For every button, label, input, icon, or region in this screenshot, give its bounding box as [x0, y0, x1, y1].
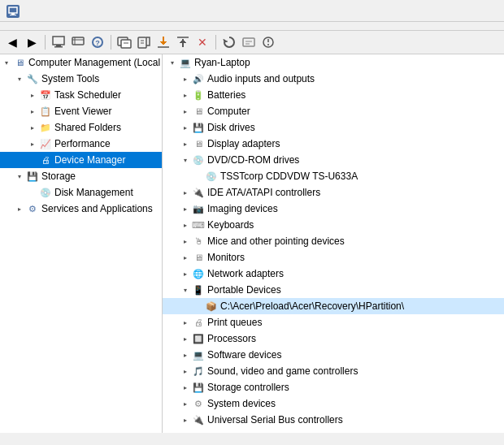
expand-arrow: ▸	[26, 108, 39, 115]
svg-rect-4	[56, 45, 61, 46]
item-icon: 🔲	[192, 334, 205, 344]
right-tree-item-17[interactable]: ▸💻Software devices	[163, 347, 504, 363]
expand-arrow: ▸	[26, 124, 39, 132]
item-icon: 🔊	[192, 74, 205, 84]
item-icon: 📈	[39, 139, 52, 149]
item-label: Monitors	[207, 252, 245, 263]
item-label: Performance	[54, 138, 111, 149]
left-tree-item-7[interactable]: ▾💾Storage	[0, 168, 162, 184]
right-tree-item-0[interactable]: ▸🔊Audio inputs and outputs	[163, 71, 504, 87]
menu-action[interactable]	[16, 24, 29, 28]
right-tree-item-13[interactable]: ▾📱Portable Devices	[163, 282, 504, 298]
right-tree-item-2[interactable]: ▸🖥Computer	[163, 103, 504, 119]
right-tree-item-14[interactable]: 📦C:\Acer\Preload\Acer\Recovery\HPartitio…	[163, 298, 504, 314]
menu-view[interactable]	[29, 24, 42, 28]
left-tree-item-1[interactable]: ▾🔧System Tools	[0, 71, 162, 87]
svg-point-24	[267, 44, 269, 45]
expand-arrow: ▾	[0, 59, 13, 67]
left-pane: ▾🖥Computer Management (Local▾🔧System Too…	[0, 54, 163, 433]
item-label: C:\Acer\Preload\Acer\Recovery\HPartition…	[220, 300, 404, 312]
item-label: Disk Management	[54, 187, 133, 198]
toolbar-back[interactable]: ◀	[3, 33, 21, 51]
item-icon: 💾	[26, 171, 39, 182]
item-label: Display adapters	[207, 138, 280, 149]
item-label: Disk drives	[207, 122, 255, 133]
right-tree-item-7[interactable]: ▸🔌IDE ATA/ATAPI controllers	[163, 184, 504, 201]
left-tree-item-9[interactable]: ▸⚙Services and Applications	[0, 201, 162, 217]
item-label: Shared Folders	[54, 122, 121, 133]
right-tree-item-1[interactable]: ▸🔋Batteries	[163, 87, 504, 103]
expand-arrow: ▸	[179, 140, 192, 148]
toolbar-btn-13[interactable]	[259, 33, 277, 51]
toolbar-btn-7[interactable]	[135, 33, 153, 51]
toolbar-btn-11[interactable]	[220, 33, 238, 51]
left-tree-item-0[interactable]: ▾🖥Computer Management (Local	[0, 54, 162, 71]
item-icon: 📋	[39, 106, 52, 117]
item-icon: 🖱	[192, 236, 205, 246]
right-tree: ▾💻Ryan-Laptop▸🔊Audio inputs and outputs▸…	[163, 54, 504, 428]
item-label: Batteries	[207, 89, 245, 101]
item-label: Network adapters	[207, 268, 284, 279]
right-tree-item-11[interactable]: ▸🖥Monitors	[163, 249, 504, 266]
left-tree-item-4[interactable]: ▸📁Shared Folders	[0, 119, 162, 136]
right-tree-item-16[interactable]: ▸🔲Processors	[163, 331, 504, 347]
expand-arrow: ▸	[26, 92, 39, 99]
toolbar-btn-6[interactable]	[115, 33, 133, 51]
right-tree-root[interactable]: ▾💻Ryan-Laptop	[163, 54, 504, 71]
right-tree-item-9[interactable]: ▸⌨Keyboards	[163, 217, 504, 233]
right-tree-item-3[interactable]: ▸💾Disk drives	[163, 119, 504, 136]
svg-rect-0	[9, 7, 17, 13]
right-tree-item-6[interactable]: 💿TSSTcorp CDDVDW TS-U633A	[163, 168, 504, 184]
toolbar-btn-5[interactable]: ?	[89, 33, 106, 51]
menu-file[interactable]	[3, 24, 16, 28]
item-icon: 📅	[39, 90, 52, 101]
right-tree-item-10[interactable]: ▸🖱Mice and other pointing devices	[163, 233, 504, 249]
left-tree-item-5[interactable]: ▸📈Performance	[0, 136, 162, 152]
right-tree-item-21[interactable]: ▸🔌Universal Serial Bus controllers	[163, 412, 504, 428]
item-label: Storage controllers	[207, 382, 289, 393]
right-tree-item-4[interactable]: ▸🖥Display adapters	[163, 136, 504, 152]
right-tree-item-20[interactable]: ▸⚙System devices	[163, 395, 504, 412]
item-icon: 🌐	[192, 269, 205, 279]
left-tree-item-3[interactable]: ▸📋Event Viewer	[0, 103, 162, 119]
svg-rect-1	[11, 13, 15, 15]
toolbar-btn-9[interactable]	[174, 33, 192, 51]
toolbar-forward[interactable]: ▶	[23, 33, 41, 51]
item-icon: 💿	[192, 155, 205, 166]
toolbar-btn-3[interactable]	[50, 33, 67, 51]
expand-arrow: ▾	[179, 287, 192, 294]
right-tree-item-15[interactable]: ▸🖨Print queues	[163, 314, 504, 331]
right-tree-item-5[interactable]: ▾💿DVD/CD-ROM drives	[163, 152, 504, 168]
left-tree-item-2[interactable]: ▸📅Task Scheduler	[0, 87, 162, 103]
expand-arrow: ▸	[179, 92, 192, 99]
toolbar-btn-12[interactable]	[240, 33, 258, 51]
right-tree-item-8[interactable]: ▸📷Imaging devices	[163, 201, 504, 217]
item-label: Keyboards	[207, 219, 254, 231]
svg-rect-19	[243, 38, 254, 46]
expand-arrow: ▸	[179, 108, 192, 115]
left-tree: ▾🖥Computer Management (Local▾🔧System Too…	[0, 54, 162, 217]
left-tree-item-6[interactable]: 🖨Device Manager	[0, 152, 162, 168]
expand-arrow: ▸	[26, 140, 39, 148]
item-icon: 🔋	[192, 90, 205, 101]
right-tree-item-19[interactable]: ▸💾Storage controllers	[163, 379, 504, 395]
expand-arrow: ▾	[166, 59, 179, 67]
menu-help[interactable]	[42, 24, 55, 28]
expand-arrow: ▸	[179, 124, 192, 132]
item-label: Device Manager	[54, 154, 125, 166]
left-tree-item-8[interactable]: 💿Disk Management	[0, 184, 162, 201]
item-label: Processors	[207, 333, 256, 344]
toolbar-btn-4[interactable]	[69, 33, 87, 51]
item-icon: 🔌	[192, 415, 205, 426]
right-tree-item-12[interactable]: ▸🌐Network adapters	[163, 266, 504, 282]
right-tree-item-18[interactable]: ▸🎵Sound, video and game controllers	[163, 363, 504, 379]
item-label: Portable Devices	[207, 284, 281, 296]
expand-arrow: ▸	[179, 368, 192, 375]
item-label: Print queues	[207, 317, 262, 328]
item-icon: 💾	[192, 123, 205, 133]
item-label: DVD/CD-ROM drives	[207, 154, 299, 166]
item-label: Mice and other pointing devices	[207, 235, 345, 247]
toolbar-btn-8[interactable]	[154, 33, 172, 51]
svg-rect-5	[54, 46, 63, 48]
toolbar-btn-10[interactable]: ✕	[193, 33, 211, 51]
